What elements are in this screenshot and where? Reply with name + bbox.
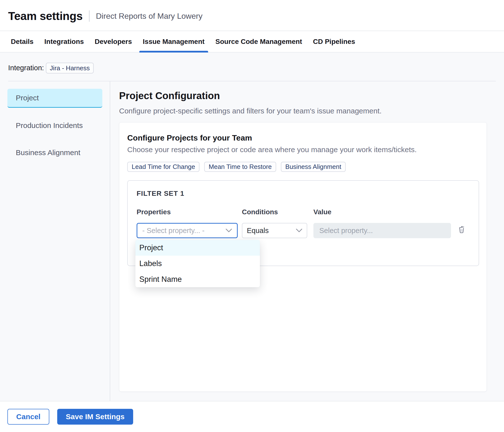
property-select-placeholder: - Select property... - [142,227,205,235]
sidebar-item-project[interactable]: Project [7,89,102,108]
menu-item-sprint-name[interactable]: Sprint Name [135,271,260,287]
tab-integrations[interactable]: Integrations [40,31,88,52]
configure-projects-card: Configure Projects for your Team Choose … [119,122,487,392]
value-input-placeholder: Select property... [319,227,373,235]
sidebar: Project Production Incidents Business Al… [0,81,110,401]
tab-cd-pipelines[interactable]: CD Pipelines [309,31,359,52]
property-dropdown-menu: Project Labels Sprint Name [135,240,260,287]
column-header-conditions: Conditions [242,208,307,216]
page-subtitle: Direct Reports of Mary Lowery [96,12,202,21]
card-title: Configure Projects for your Team [127,133,479,143]
card-description: Choose your respective project or code a… [127,145,479,154]
property-select[interactable]: - Select property... - [137,223,238,238]
chevron-down-icon [296,229,302,233]
filter-set-title: FILTER SET 1 [137,190,470,198]
section-title: Project Configuration [119,90,496,101]
filter-set-panel: FILTER SET 1 Properties Conditions Value… [127,180,479,266]
sidebar-item-business-alignment[interactable]: Business Alignment [7,143,102,162]
cancel-button[interactable]: Cancel [7,409,49,425]
chip-lead-time-for-change[interactable]: Lead Time for Change [127,162,199,172]
tab-source-code-management[interactable]: Source Code Management [212,31,306,52]
page-title: Team settings [8,9,83,23]
column-header-value: Value [313,208,451,216]
chevron-down-icon [226,229,232,233]
column-header-properties: Properties [137,208,238,216]
tab-issue-management[interactable]: Issue Management [139,31,209,52]
integration-row: Integration: Jira - Harness [0,53,504,81]
section-description: Configure project-specific settings and … [119,107,496,115]
condition-select-value: Equals [247,227,269,235]
tab-developers[interactable]: Developers [91,31,136,52]
sidebar-item-production-incidents[interactable]: Production Incidents [7,116,102,135]
trash-icon [458,225,465,233]
main-content: Project Configuration Configure project-… [110,81,504,401]
tab-details[interactable]: Details [7,31,37,52]
page-header: Team settings Direct Reports of Mary Low… [0,0,504,31]
footer: Cancel Save IM Settings [0,401,504,432]
condition-select[interactable]: Equals [242,223,307,238]
chip-mean-time-to-restore[interactable]: Mean Time to Restore [204,162,276,172]
menu-item-labels[interactable]: Labels [135,256,260,271]
chip-business-alignment[interactable]: Business Alignment [281,162,346,172]
delete-filter-button[interactable] [458,227,465,234]
integration-label: Integration: [8,64,44,72]
tab-bar: Details Integrations Developers Issue Ma… [0,31,504,53]
save-im-settings-button[interactable]: Save IM Settings [57,409,133,425]
title-divider [89,10,90,22]
menu-item-project[interactable]: Project [135,240,260,256]
value-input[interactable]: Select property... [313,223,451,238]
integration-chip[interactable]: Jira - Harness [46,63,94,73]
